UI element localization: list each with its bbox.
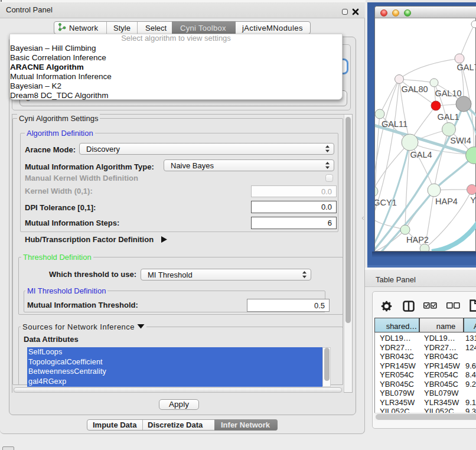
svg-text:GAL7: GAL7 bbox=[457, 63, 476, 72]
svg-text:GCY1: GCY1 bbox=[375, 198, 397, 207]
svg-text:HAP2: HAP2 bbox=[406, 235, 429, 244]
svg-text:SWI4: SWI4 bbox=[450, 136, 471, 145]
svg-text:GAL80: GAL80 bbox=[401, 84, 428, 94]
svg-text:Y: Y bbox=[470, 195, 476, 205]
svg-text:GAL4: GAL4 bbox=[410, 150, 432, 159]
svg-text:GAL11: GAL11 bbox=[382, 119, 407, 129]
svg-text:GAL10: GAL10 bbox=[435, 89, 461, 98]
svg-text:HAP4: HAP4 bbox=[435, 197, 458, 206]
svg-text:GAL1: GAL1 bbox=[437, 112, 459, 122]
